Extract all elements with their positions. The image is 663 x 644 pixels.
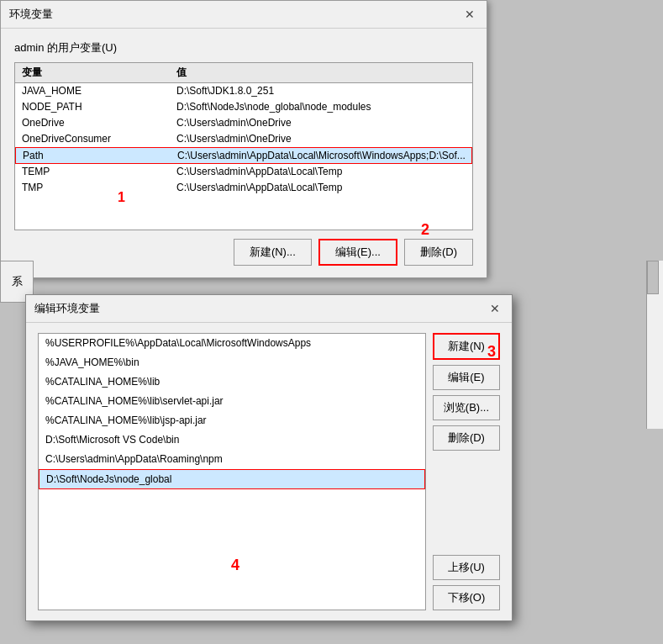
path-list-item[interactable]: D:\Soft\NodeJs\node_global [39, 469, 425, 489]
edit-env-dialog: 编辑环境变量 ✕ %USERPROFILE%\AppData\Local\Mic… [25, 294, 513, 621]
delete-user-var-button[interactable]: 删除(D) [404, 239, 473, 266]
val-cell: D:\Soft\JDK1.8.0_251 [170, 85, 469, 97]
edit-dialog-body: %USERPROFILE%\AppData\Local\MicrosoftWin… [26, 323, 512, 620]
edit-action-buttons: 新建(N) 编辑(E) 浏览(B)... 删除(D) 上移(U) 下移(O) [433, 333, 500, 610]
delete-path-button[interactable]: 删除(D) [433, 425, 500, 451]
annotation-4: 4 [231, 557, 239, 574]
close-icon-edit: ✕ [490, 302, 500, 315]
table-row[interactable]: NODE_PATH D:\Soft\NodeJs\node_global\nod… [15, 99, 472, 115]
val-cell: D:\Soft\NodeJs\node_global\node_modules [170, 101, 469, 113]
val-cell: C:\Users\admin\AppData\Local\Temp [170, 182, 469, 193]
move-down-button[interactable]: 下移(O) [433, 585, 500, 610]
main-env-dialog: 环境变量 ✕ admin 的用户变量(U) 变量 值 JAVA_HOME D:\… [0, 0, 487, 278]
val-cell: C:\Users\admin\AppData\Local\Temp [170, 166, 469, 177]
main-dialog-title: 环境变量 [9, 7, 53, 22]
annotation-2: 2 [421, 221, 429, 239]
edit-dialog-title: 编辑环境变量 [34, 301, 100, 316]
var-cell: NODE_PATH [18, 101, 170, 113]
edit-dialog-titlebar: 编辑环境变量 ✕ [26, 295, 512, 323]
scrollbar-thumb-right[interactable] [647, 261, 659, 294]
val-cell: C:\Users\admin\AppData\Local\Microsoft\W… [171, 150, 468, 161]
var-cell: OneDrive [18, 117, 170, 129]
path-list-item[interactable]: %CATALINA_HOME%\lib [39, 372, 425, 392]
main-buttons-row: 新建(N)... 编辑(E)... 删除(D) [14, 239, 473, 266]
table-row[interactable]: JAVA_HOME D:\Soft\JDK1.8.0_251 [15, 83, 472, 99]
browse-path-button[interactable]: 浏览(B)... [433, 395, 500, 420]
path-list-item[interactable]: %CATALINA_HOME%\lib\jsp-api.jar [39, 411, 425, 430]
var-cell: JAVA_HOME [18, 85, 170, 97]
user-vars-table[interactable]: 变量 值 JAVA_HOME D:\Soft\JDK1.8.0_251 NODE… [14, 62, 473, 230]
var-cell: Path [19, 150, 171, 161]
close-icon: ✕ [465, 8, 475, 21]
path-list-item[interactable]: D:\Soft\Microsoft VS Code\bin [39, 430, 425, 450]
main-dialog-close-button[interactable]: ✕ [461, 6, 478, 23]
main-dialog-titlebar: 环境变量 ✕ [1, 1, 487, 29]
main-dialog-body: admin 的用户变量(U) 变量 值 JAVA_HOME D:\Soft\JD… [1, 29, 487, 277]
var-cell: OneDriveConsumer [18, 133, 170, 145]
var-col-header: 变量 [18, 66, 170, 80]
val-cell: C:\Users\admin\OneDrive [170, 133, 469, 145]
edit-dialog-close-button[interactable]: ✕ [487, 300, 503, 317]
table-row[interactable]: TEMP C:\Users\admin\AppData\Local\Temp [15, 164, 472, 180]
system-label: 系 [12, 274, 23, 289]
path-list-item[interactable]: %CATALINA_HOME%\lib\servlet-api.jar [39, 392, 425, 411]
annotation-1: 1 [118, 190, 125, 205]
path-list-item[interactable]: %USERPROFILE%\AppData\Local\MicrosoftWin… [39, 334, 425, 353]
val-col-header: 值 [170, 66, 469, 80]
table-row[interactable]: OneDriveConsumer C:\Users\admin\OneDrive [15, 131, 472, 147]
new-user-var-button[interactable]: 新建(N)... [234, 239, 312, 266]
path-list-item[interactable]: %JAVA_HOME%\bin [39, 353, 425, 372]
table-row[interactable]: TMP C:\Users\admin\AppData\Local\Temp [15, 180, 472, 196]
var-cell: TEMP [18, 166, 170, 177]
edit-path-button[interactable]: 编辑(E) [433, 365, 500, 390]
table-row[interactable]: Path C:\Users\admin\AppData\Local\Micros… [15, 147, 472, 164]
table-row[interactable]: OneDrive C:\Users\admin\OneDrive [15, 115, 472, 131]
move-up-button[interactable]: 上移(U) [433, 555, 500, 580]
table-header: 变量 值 [15, 63, 472, 83]
path-list-item[interactable]: C:\Users\admin\AppData\Roaming\npm [39, 450, 425, 469]
user-vars-label: admin 的用户变量(U) [14, 40, 473, 55]
edit-user-var-button[interactable]: 编辑(E)... [318, 239, 397, 266]
annotation-3: 3 [487, 343, 496, 361]
val-cell: C:\Users\admin\OneDrive [170, 117, 469, 129]
var-cell: TMP [18, 182, 170, 193]
